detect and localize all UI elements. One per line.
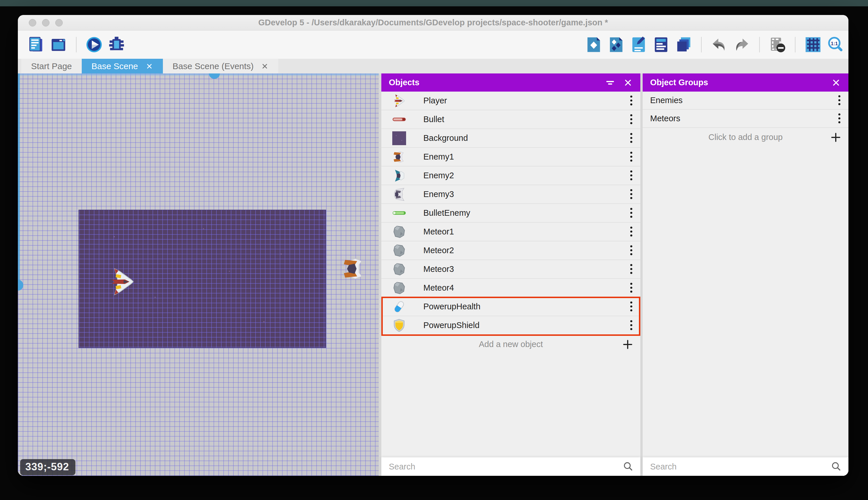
close-icon[interactable] [623,78,633,88]
meteor-icon [392,225,406,239]
objects-panel-icon[interactable] [585,36,602,53]
group-row[interactable]: Meteors [643,110,848,128]
object-row[interactable]: Enemy2 [381,167,640,185]
player-ship-icon [392,94,406,108]
traffic-lights[interactable] [29,19,63,26]
toolbar-divider [701,37,702,53]
zoom-1-1-icon[interactable]: 1:1 [827,36,844,53]
object-label: PowerupShield [423,320,480,330]
enemy3-ship-icon [392,188,406,201]
kebab-menu-icon[interactable] [629,113,633,126]
vertical-scrollbar[interactable] [18,73,20,285]
objects-search-input[interactable] [388,462,619,472]
object-label: Background [423,133,468,143]
vertical-scroll-thumb[interactable] [18,280,23,291]
minimize-window-button[interactable] [42,19,49,26]
object-row[interactable]: Enemy1 [381,148,640,167]
object-label: BulletEnemy [423,208,470,218]
kebab-menu-icon[interactable] [629,301,633,313]
desktop-background [0,0,868,6]
window-title: GDevelop 5 - /Users/dkarakay/Documents/G… [18,18,848,27]
kebab-menu-icon[interactable] [629,207,633,219]
search-icon[interactable] [831,461,842,472]
object-label: Enemy1 [423,152,454,162]
mask-icon[interactable] [769,36,786,53]
object-row[interactable]: Background [381,129,640,148]
kebab-menu-icon[interactable] [837,94,842,106]
enemy1-ship-icon [392,150,406,164]
object-groups-icon[interactable] [608,36,624,53]
close-window-button[interactable] [29,19,36,26]
kebab-menu-icon[interactable] [837,113,842,125]
kebab-menu-icon[interactable] [629,319,633,331]
enemy-sprite[interactable] [341,256,367,281]
object-label: Meteor2 [423,246,454,255]
object-row[interactable]: Meteor4 [381,279,640,297]
scene-canvas[interactable]: 339;-592 [18,73,379,476]
objects-panel-empty-area [381,354,640,457]
object-row[interactable]: PowerupShield [381,316,640,335]
tab-close-icon[interactable] [261,62,269,70]
gdevelop-window: GDevelop 5 - /Users/dkarakay/Documents/G… [18,15,848,476]
object-row[interactable]: Meteor2 [381,241,640,260]
object-row[interactable]: Player [381,92,640,110]
svg-text:1:1: 1:1 [831,41,838,46]
project-manager-icon[interactable] [28,36,44,53]
properties-icon[interactable] [630,36,647,53]
player-sprite[interactable] [109,265,135,299]
tab-close-icon[interactable] [145,62,153,70]
instances-list-icon[interactable] [653,36,669,53]
groups-search-input[interactable] [649,462,827,472]
kebab-menu-icon[interactable] [629,282,633,294]
tab-base-scene[interactable]: Base Scene [82,59,163,73]
undo-icon[interactable] [711,36,728,53]
redo-icon[interactable] [733,36,750,53]
tab-base-scene-events[interactable]: Base Scene (Events) [163,59,279,73]
editor-content: 339;-592 Objects Player Bullet Backgroun… [18,73,848,476]
tab-start-page[interactable]: Start Page [21,59,82,73]
search-icon[interactable] [622,461,633,472]
tab-label: Start Page [31,61,72,71]
plus-icon [830,132,842,143]
add-group-button[interactable]: Click to add a group [643,128,848,147]
group-row[interactable]: Enemies [643,92,848,110]
play-icon[interactable] [86,36,103,53]
powerup-shield-icon [392,319,406,332]
kebab-menu-icon[interactable] [629,170,633,182]
objects-search-bar [381,457,640,476]
kebab-menu-icon[interactable] [629,132,633,144]
object-row[interactable]: PowerupHealth [381,297,640,316]
object-row[interactable]: BulletEnemy [381,204,640,223]
objects-panel-title: Objects [389,78,597,87]
horizontal-scroll-thumb[interactable] [209,73,220,79]
object-row[interactable]: Meteor3 [381,260,640,279]
meteor-icon [392,281,406,295]
object-row[interactable]: Bullet [381,110,640,129]
debug-icon[interactable] [108,36,125,53]
kebab-menu-icon[interactable] [629,95,633,107]
filter-icon[interactable] [605,78,615,88]
tab-label: Base Scene [92,61,138,71]
horizontal-scrollbar[interactable] [18,73,379,76]
tab-bar: Start PageBase SceneBase Scene (Events) [18,59,848,73]
kebab-menu-icon[interactable] [629,226,633,238]
object-row[interactable]: Enemy3 [381,185,640,204]
grid-icon[interactable] [805,36,821,53]
toolbar-divider [76,37,77,53]
object-groups-panel-header: Object Groups [643,73,848,92]
kebab-menu-icon[interactable] [629,263,633,275]
title-bar: GDevelop 5 - /Users/dkarakay/Documents/G… [18,15,848,31]
cursor-coordinates: 339;-592 [20,459,75,475]
add-object-button[interactable]: Add a new object [381,335,640,354]
kebab-menu-icon[interactable] [629,245,633,257]
object-row[interactable]: Meteor1 [381,223,640,241]
toolbar-right-group: 1:1 [585,36,844,53]
windowed-preview-icon[interactable] [50,36,67,53]
close-icon[interactable] [831,78,841,88]
layers-icon[interactable] [675,36,692,53]
object-label: Meteor1 [423,227,454,237]
object-label: Enemy2 [423,171,454,180]
kebab-menu-icon[interactable] [629,151,633,163]
zoom-window-button[interactable] [55,19,63,26]
kebab-menu-icon[interactable] [629,189,633,201]
